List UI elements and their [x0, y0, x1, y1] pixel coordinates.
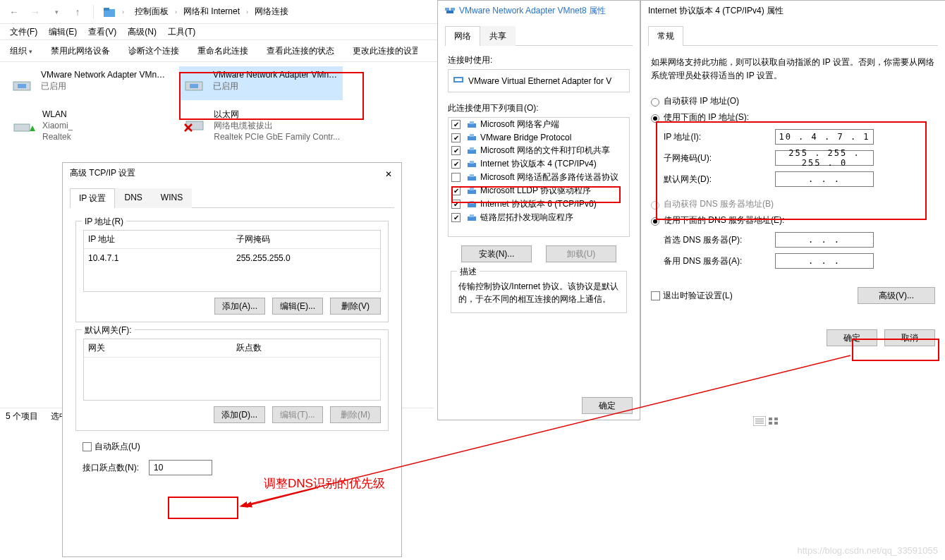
- tab-dns[interactable]: DNS: [115, 188, 151, 208]
- recent-dropdown[interactable]: ▾: [48, 4, 65, 20]
- advanced-button[interactable]: 高级(V)...: [858, 287, 935, 304]
- protocol-label: Microsoft 网络客户端: [480, 118, 559, 130]
- gateway-input[interactable]: . . .: [775, 171, 874, 187]
- adapter-item[interactable]: VMware Network Adapter VMnet8已启用: [179, 66, 343, 100]
- back-button[interactable]: ←: [6, 4, 23, 20]
- menu-edit[interactable]: 编辑(E): [44, 25, 81, 39]
- adapter-item[interactable]: VMware Network Adapter VMnet1已启用: [7, 66, 171, 100]
- breadcrumb[interactable]: 控制面板› 网络和 Internet› 网络连接: [128, 4, 291, 19]
- validate-checkbox[interactable]: [651, 291, 660, 300]
- view-switcher[interactable]: [753, 416, 780, 426]
- radio-auto-ip[interactable]: [651, 98, 659, 106]
- tab-general[interactable]: 常规: [648, 26, 683, 46]
- cmd-status[interactable]: 查看此连接的状态: [261, 42, 340, 60]
- dialog-title: Internet 协议版本 4 (TCP/IPv4) 属性: [641, 1, 945, 21]
- protocol-checkbox[interactable]: [451, 200, 461, 209]
- forward-button[interactable]: →: [27, 4, 44, 20]
- auto-metric-checkbox[interactable]: [83, 442, 92, 451]
- protocol-checkbox[interactable]: [451, 173, 461, 182]
- tab-network[interactable]: 网络: [445, 26, 480, 46]
- svg-rect-5: [190, 84, 198, 88]
- protocol-checkbox[interactable]: [451, 159, 461, 169]
- ok-button[interactable]: 确定: [827, 329, 877, 346]
- dialog-title: 高级 TCP/IP 设置 ✕: [63, 163, 401, 183]
- menu-file[interactable]: 文件(F): [6, 25, 42, 39]
- add-button[interactable]: 添加(D)...: [214, 406, 265, 423]
- protocol-checkbox[interactable]: [451, 146, 461, 155]
- cmd-change[interactable]: 更改此连接的设置: [347, 42, 417, 60]
- hdr-ip: IP 地址: [84, 231, 232, 248]
- svg-rect-18: [470, 147, 474, 150]
- description-text: 传输控制协议/Internet 协议。该协议是默认的，于在不同的相互连接的网络上…: [458, 280, 619, 305]
- group-description: 描述 传输控制协议/Internet 协议。该协议是默认的，于在不同的相互连接的…: [451, 271, 627, 313]
- cmd-disable[interactable]: 禁用此网络设备: [45, 42, 116, 60]
- bc-item[interactable]: 网络连接: [252, 4, 291, 19]
- tab-ip-settings[interactable]: IP 设置: [70, 188, 115, 208]
- adapter-item[interactable]: WLANXiaomi_Realtek: [7, 106, 171, 146]
- protocol-checkbox[interactable]: [451, 133, 461, 142]
- install-button[interactable]: 安装(N)...: [461, 245, 532, 262]
- protocol-item[interactable]: 链路层拓扑发现响应程序: [449, 211, 629, 224]
- svg-rect-37: [769, 422, 772, 425]
- tab-wins[interactable]: WINS: [152, 188, 192, 208]
- protocol-icon: [466, 145, 477, 157]
- ok-button[interactable]: 确定: [582, 397, 633, 414]
- protocol-checkbox[interactable]: [451, 120, 461, 129]
- edit-button: 编辑(T)...: [272, 406, 323, 423]
- protocol-item[interactable]: Microsoft 网络的文件和打印机共享: [449, 144, 629, 157]
- svg-rect-36: [774, 418, 778, 420]
- cancel-button[interactable]: 取消: [884, 329, 935, 346]
- folder-icon: [101, 4, 118, 20]
- svg-rect-12: [455, 78, 462, 81]
- dns2-label: 备用 DNS 服务器(A):: [664, 255, 769, 267]
- menu-advanced[interactable]: 高级(N): [123, 25, 161, 39]
- menu-view[interactable]: 查看(V): [84, 25, 121, 39]
- add-button[interactable]: 添加(A)...: [214, 298, 265, 315]
- edit-button[interactable]: 编辑(E)...: [272, 298, 323, 315]
- close-icon[interactable]: ✕: [382, 167, 396, 181]
- dns1-input[interactable]: . . .: [775, 232, 874, 248]
- status-count: 5 个项目: [6, 410, 38, 422]
- bc-item[interactable]: 网络和 Internet: [181, 4, 242, 19]
- protocol-icon: [466, 172, 477, 183]
- group-metric: 自动跃点(U) 接口跃点数(N): 10: [75, 438, 389, 478]
- protocol-item[interactable]: Microsoft 网络客户端: [449, 118, 629, 131]
- protocol-item[interactable]: Internet 协议版本 6 (TCP/IPv6): [449, 197, 629, 211]
- ip-value[interactable]: 10.4.7.1: [84, 250, 232, 266]
- adapter-status: 已启用: [41, 80, 168, 92]
- protocol-item[interactable]: Internet 协议版本 4 (TCP/IPv4): [449, 157, 629, 171]
- protocol-item[interactable]: Microsoft 网络适配器多路传送器协议: [449, 171, 629, 184]
- ip-input[interactable]: 10 . 4 . 7 . 1: [775, 129, 874, 145]
- svg-rect-6: [14, 124, 30, 131]
- metric-input[interactable]: 10: [149, 460, 212, 475]
- protocol-icon: [466, 212, 477, 224]
- bc-item[interactable]: 控制面板: [133, 4, 171, 19]
- adapter-name-box: VMware Virtual Ethernet Adapter for V: [448, 69, 630, 92]
- up-button[interactable]: ↑: [69, 4, 86, 20]
- protocol-checkbox[interactable]: [451, 186, 461, 195]
- svg-rect-38: [774, 422, 778, 425]
- menu-tools[interactable]: 工具(T): [164, 25, 200, 39]
- protocol-label: Microsoft 网络的文件和打印机共享: [480, 145, 610, 157]
- dns2-input[interactable]: . . .: [775, 253, 874, 269]
- delete-button[interactable]: 删除(V): [330, 298, 381, 315]
- cmd-organize[interactable]: 组织: [4, 42, 38, 60]
- radio-use-ip[interactable]: [651, 114, 659, 123]
- protocol-item[interactable]: Microsoft LLDP 协议驱动程序: [449, 184, 629, 197]
- svg-rect-14: [470, 121, 474, 124]
- metric-label: 接口跃点数(N):: [83, 462, 139, 474]
- protocol-checkbox[interactable]: [451, 213, 461, 222]
- adapter-item[interactable]: 以太网网络电缆被拔出Realtek PCIe GbE Family Contr.…: [179, 106, 343, 146]
- svg-rect-35: [769, 418, 772, 420]
- protocol-item[interactable]: VMware Bridge Protocol: [449, 131, 629, 144]
- mask-value[interactable]: 255.255.255.0: [232, 250, 380, 266]
- radio-use-dns[interactable]: [651, 217, 659, 226]
- cmd-diagnose[interactable]: 诊断这个连接: [123, 42, 185, 60]
- mask-input[interactable]: 255 . 255 . 255 . 0: [775, 150, 874, 166]
- tab-sharing[interactable]: 共享: [480, 26, 516, 46]
- cmd-rename[interactable]: 重命名此连接: [192, 42, 254, 60]
- protocol-list[interactable]: Microsoft 网络客户端VMware Bridge ProtocolMic…: [448, 117, 630, 237]
- group-ip-addresses: IP 地址(R) IP 地址子网掩码 10.4.7.1255.255.255.0…: [75, 221, 389, 322]
- adapter-name: 以太网: [214, 109, 340, 120]
- adapter-name: VMware Network Adapter VMnet8: [213, 69, 340, 80]
